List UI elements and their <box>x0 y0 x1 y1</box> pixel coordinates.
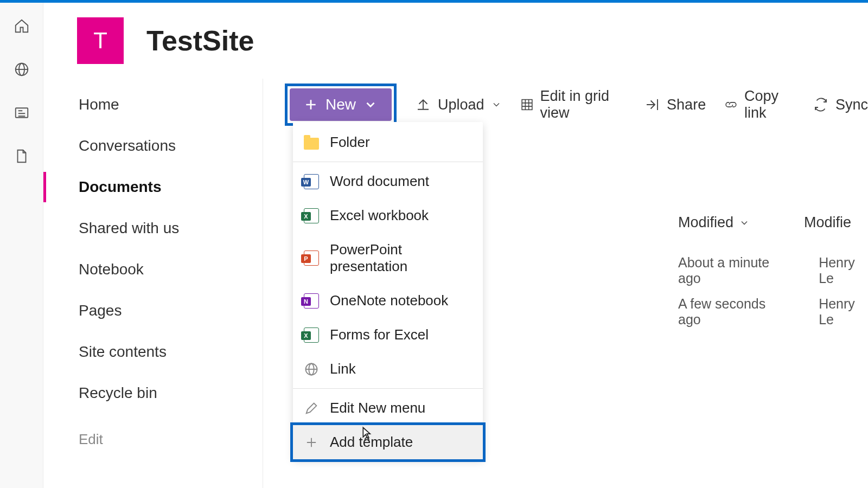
nav-home[interactable]: Home <box>43 84 263 125</box>
menu-add-template[interactable]: Add template <box>293 425 483 459</box>
menu-powerpoint[interactable]: P PowerPoint presentation <box>293 233 483 284</box>
cell-modified: About a minute ago <box>678 255 775 286</box>
left-nav: Home Conversations Documents Shared with… <box>43 79 263 488</box>
globe-icon[interactable] <box>14 61 30 78</box>
menu-edit-label: Edit New menu <box>330 400 425 416</box>
onenote-icon: N <box>304 293 319 309</box>
document-icon[interactable] <box>14 148 30 164</box>
menu-onenote[interactable]: N OneNote notebook <box>293 284 483 318</box>
nav-notebook[interactable]: Notebook <box>43 249 263 290</box>
column-modified[interactable]: Modified <box>678 214 750 231</box>
grid-icon <box>520 97 534 113</box>
nav-recycle-bin[interactable]: Recycle bin <box>43 373 263 414</box>
menu-folder[interactable]: Folder <box>293 125 483 159</box>
menu-forms[interactable]: X Forms for Excel <box>293 318 483 352</box>
sync-label: Sync <box>835 97 868 113</box>
edit-grid-button[interactable]: Edit in grid view <box>520 88 626 121</box>
column-modified-by[interactable]: Modifie <box>804 214 851 231</box>
new-button[interactable]: New <box>290 88 392 121</box>
column-headers: Modified Modifie <box>678 214 868 231</box>
menu-edit-new-menu[interactable]: Edit New menu <box>293 391 483 425</box>
upload-icon <box>415 97 431 113</box>
share-button[interactable]: Share <box>644 97 706 113</box>
copy-link-label: Copy link <box>744 88 794 121</box>
site-header: T TestSite <box>43 3 868 79</box>
new-button-highlight: New <box>285 84 397 126</box>
share-icon <box>644 97 660 113</box>
plus-icon <box>304 98 318 112</box>
nav-documents[interactable]: Documents <box>43 166 263 208</box>
menu-folder-label: Folder <box>330 134 370 151</box>
nav-pages[interactable]: Pages <box>43 290 263 331</box>
forms-icon: X <box>304 328 319 343</box>
cell-modified: A few seconds ago <box>678 296 775 328</box>
site-logo[interactable]: T <box>77 17 124 64</box>
chevron-down-icon <box>739 217 750 228</box>
site-title[interactable]: TestSite <box>146 24 254 57</box>
menu-link-label: Link <box>330 361 356 377</box>
table-row[interactable]: A few seconds ago Henry Le <box>678 296 868 337</box>
cell-modified-by: Henry Le <box>819 296 868 328</box>
nav-conversations[interactable]: Conversations <box>43 125 263 166</box>
powerpoint-icon: P <box>304 251 319 266</box>
menu-excel-label: Excel workbook <box>330 207 429 224</box>
menu-onenote-label: OneNote notebook <box>330 292 448 309</box>
menu-link[interactable]: Link <box>293 352 483 386</box>
table-row[interactable]: About a minute ago Henry Le <box>678 255 868 296</box>
globe-link-icon <box>304 362 319 377</box>
file-rows: About a minute ago Henry Le A few second… <box>678 255 868 337</box>
menu-word-label: Word document <box>330 173 429 190</box>
menu-ppt-label: PowerPoint presentation <box>330 241 472 275</box>
menu-excel[interactable]: X Excel workbook <box>293 198 483 233</box>
link-icon <box>724 97 738 113</box>
folder-icon <box>304 138 319 150</box>
nav-edit-link[interactable]: Edit <box>43 414 263 460</box>
share-label: Share <box>667 97 706 113</box>
svg-rect-3 <box>522 100 532 110</box>
upload-button[interactable]: Upload <box>415 97 502 113</box>
plus-icon <box>304 435 319 450</box>
nav-shared[interactable]: Shared with us <box>43 208 263 249</box>
menu-add-template-label: Add template <box>330 434 413 451</box>
home-icon[interactable] <box>14 18 30 34</box>
nav-site-contents[interactable]: Site contents <box>43 331 263 373</box>
chevron-down-icon <box>491 99 502 110</box>
new-dropdown-menu: Folder W Word document X Excel workbook … <box>293 122 483 459</box>
chevron-down-icon <box>363 98 378 112</box>
menu-forms-label: Forms for Excel <box>330 326 429 343</box>
upload-label: Upload <box>438 97 484 113</box>
menu-separator <box>293 162 483 162</box>
word-icon: W <box>304 174 319 189</box>
app-rail <box>0 3 43 488</box>
excel-icon: X <box>304 208 319 223</box>
sync-icon <box>813 97 829 113</box>
copy-link-button[interactable]: Copy link <box>724 88 794 121</box>
edit-grid-label: Edit in grid view <box>540 88 626 121</box>
new-button-label: New <box>326 96 356 113</box>
pencil-icon <box>304 401 319 416</box>
news-icon[interactable] <box>14 105 30 121</box>
sync-button[interactable]: Sync <box>813 97 868 113</box>
cell-modified-by: Henry Le <box>819 255 868 286</box>
menu-word[interactable]: W Word document <box>293 164 483 198</box>
menu-separator <box>293 388 483 389</box>
command-bar: New Upload Edit in grid view Share Copy … <box>285 86 868 124</box>
